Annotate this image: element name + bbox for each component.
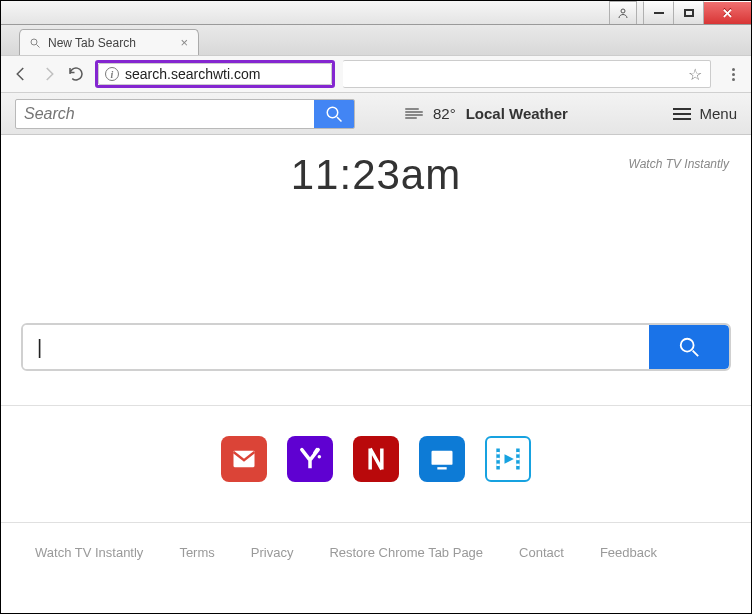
minimize-icon: [654, 12, 664, 14]
svg-rect-15: [496, 464, 500, 466]
tagline-text: Watch TV Instantly: [629, 157, 729, 171]
url-input[interactable]: [125, 66, 325, 82]
footer-link-terms[interactable]: Terms: [179, 545, 214, 560]
browser-menu-button[interactable]: [725, 68, 741, 81]
kebab-dot-icon: [732, 73, 735, 76]
svg-rect-18: [516, 464, 520, 466]
svg-rect-17: [516, 458, 520, 460]
search-icon: [678, 336, 700, 358]
netflix-tile[interactable]: [353, 436, 399, 482]
main-search-input[interactable]: [23, 325, 649, 369]
video-icon: [494, 445, 522, 473]
weather-label: Local Weather: [466, 105, 568, 122]
footer-link-restore[interactable]: Restore Chrome Tab Page: [329, 545, 483, 560]
search-icon: [28, 36, 42, 50]
toolbar-search-input[interactable]: [16, 105, 314, 123]
tab-strip: New Tab Search ×: [1, 25, 751, 55]
window-titlebar: ✕: [1, 1, 751, 25]
tab-close-button[interactable]: ×: [178, 35, 190, 50]
footer-links: Watch TV Instantly Terms Privacy Restore…: [1, 523, 751, 582]
bookmark-star-icon[interactable]: ☆: [688, 65, 702, 84]
tv-tile[interactable]: [419, 436, 465, 482]
tv-icon: [428, 445, 456, 473]
reload-icon: [67, 65, 85, 83]
forward-arrow-icon: [40, 65, 58, 83]
omnibox[interactable]: i: [98, 63, 332, 85]
minimize-button[interactable]: [643, 1, 673, 24]
svg-rect-10: [437, 467, 446, 469]
omnibox-right: ☆: [343, 60, 711, 88]
weather-widget[interactable]: 82° Local Weather: [405, 105, 568, 122]
svg-rect-16: [516, 452, 520, 454]
maximize-icon: [684, 9, 694, 17]
page-menu-button[interactable]: Menu: [673, 105, 737, 122]
fog-icon: [405, 108, 423, 119]
video-tile[interactable]: [485, 436, 531, 482]
forward-button[interactable]: [39, 64, 59, 84]
reload-button[interactable]: [67, 65, 85, 83]
tab-title: New Tab Search: [48, 36, 178, 50]
user-icon-button[interactable]: [609, 1, 637, 24]
omnibox-highlight: i: [95, 60, 335, 88]
kebab-dot-icon: [732, 68, 735, 71]
user-icon: [617, 7, 629, 19]
toolbar-search: [15, 99, 355, 129]
quick-links-row: [1, 406, 751, 522]
menu-label: Menu: [699, 105, 737, 122]
footer-link-feedback[interactable]: Feedback: [600, 545, 657, 560]
footer-link-watch[interactable]: Watch TV Instantly: [35, 545, 143, 560]
back-button[interactable]: [11, 64, 31, 84]
main-search-section: [1, 255, 751, 405]
browser-tab[interactable]: New Tab Search ×: [19, 29, 199, 55]
svg-line-4: [337, 117, 342, 122]
svg-line-6: [693, 351, 699, 357]
kebab-dot-icon: [732, 78, 735, 81]
main-search-button[interactable]: [649, 325, 729, 369]
toolbar-search-button[interactable]: [314, 100, 354, 128]
netflix-icon: [362, 445, 390, 473]
footer-link-contact[interactable]: Contact: [519, 545, 564, 560]
hamburger-icon: [673, 108, 691, 120]
address-bar-row: i ☆: [1, 55, 751, 93]
hero-section: 11:23am Watch TV Instantly: [1, 135, 751, 255]
close-icon: ✕: [722, 6, 733, 21]
page-content: 11:23am Watch TV Instantly: [1, 135, 751, 582]
footer-link-privacy[interactable]: Privacy: [251, 545, 294, 560]
svg-rect-14: [496, 458, 500, 460]
close-button[interactable]: ✕: [703, 1, 751, 24]
svg-rect-13: [496, 452, 500, 454]
yahoo-icon: [296, 445, 324, 473]
back-arrow-icon: [12, 65, 30, 83]
info-icon[interactable]: i: [105, 67, 119, 81]
weather-temp: 82°: [433, 105, 456, 122]
search-icon: [325, 105, 343, 123]
clock-display: 11:23am: [291, 151, 461, 199]
svg-point-5: [681, 339, 694, 352]
gmail-tile[interactable]: [221, 436, 267, 482]
svg-rect-9: [432, 451, 453, 465]
yahoo-tile[interactable]: [287, 436, 333, 482]
svg-point-1: [31, 39, 37, 45]
main-search: [21, 323, 731, 371]
svg-line-2: [37, 44, 40, 47]
maximize-button[interactable]: [673, 1, 703, 24]
svg-point-8: [318, 455, 322, 459]
svg-point-3: [327, 107, 338, 118]
page-toolbar: 82° Local Weather Menu: [1, 93, 751, 135]
svg-point-0: [621, 9, 625, 13]
gmail-icon: [230, 445, 258, 473]
